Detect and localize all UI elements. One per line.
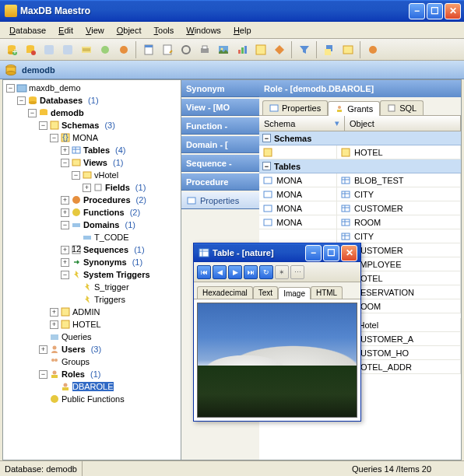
tree-mona[interactable]: −{}MONA: [48, 131, 181, 144]
col-object[interactable]: Object: [345, 116, 461, 131]
stab-sequence[interactable]: Sequence -: [181, 155, 259, 172]
tb-btn6[interactable]: [97, 41, 114, 58]
tree-domains[interactable]: −Domains (1): [59, 219, 181, 231]
grid-row[interactable]: CITY: [259, 229, 461, 243]
svg-rect-32: [17, 85, 26, 92]
ctab-image[interactable]: Image: [278, 287, 311, 299]
tb-btn5[interactable]: [78, 41, 95, 58]
tb-db2[interactable]: [22, 41, 39, 58]
tree-procedures[interactable]: +Procedures (2): [59, 194, 181, 206]
tree-tables[interactable]: +Tables (4): [59, 144, 181, 156]
stab-procedure[interactable]: Procedure: [181, 173, 259, 191]
svg-rect-68: [342, 149, 350, 156]
tree-pane[interactable]: −maxdb_demo −Databases (1) −demodb −Sche…: [2, 79, 181, 460]
sect-schemas[interactable]: −Schemas: [259, 131, 461, 145]
db-bar: demodb: [0, 61, 464, 79]
grid-row[interactable]: MONAROOM: [259, 215, 461, 229]
tree-functions[interactable]: +Functions (2): [59, 206, 181, 219]
tb-print[interactable]: [196, 41, 213, 58]
sect-tables[interactable]: −Tables: [259, 159, 461, 173]
tb-btn10[interactable]: [178, 41, 195, 58]
tree-roles[interactable]: −Roles (1): [37, 368, 181, 380]
menu-edit[interactable]: Edit: [52, 24, 79, 37]
tree-fields[interactable]: +Fields (1): [81, 181, 181, 194]
stab-synonym[interactable]: Synonym: [181, 80, 259, 97]
tb-new-db[interactable]: +: [3, 41, 20, 58]
tree-triggers[interactable]: Triggers: [70, 293, 181, 306]
tb-image[interactable]: [215, 41, 232, 58]
tree-admin[interactable]: +ADMIN: [48, 306, 181, 318]
tb-btn14[interactable]: [271, 41, 288, 58]
tree-groups[interactable]: Groups: [37, 355, 181, 368]
menu-view[interactable]: View: [79, 24, 111, 37]
tree-dbarole[interactable]: DBAROLE: [48, 380, 181, 393]
tb-btn7[interactable]: [115, 41, 132, 58]
tree-vhotel[interactable]: −vHotel: [70, 169, 181, 181]
tb-btn16[interactable]: [321, 41, 338, 58]
db-name: demodb: [22, 65, 55, 75]
col-schema[interactable]: Schema▾: [259, 116, 345, 131]
maximize-button[interactable]: ☐: [427, 3, 443, 19]
menu-windows[interactable]: Windows: [180, 24, 227, 37]
tab-sql[interactable]: SQL: [380, 100, 424, 115]
tb-btn13[interactable]: [252, 41, 269, 58]
nav-next[interactable]: ▶: [228, 265, 242, 279]
tree-root[interactable]: −maxdb_demo: [5, 82, 181, 94]
stab-properties[interactable]: Properties: [181, 192, 259, 209]
svg-point-54: [53, 346, 57, 350]
tree-views[interactable]: −Views (1): [59, 156, 181, 169]
menu-object[interactable]: Object: [111, 24, 148, 37]
child-close[interactable]: ✕: [341, 245, 357, 261]
close-button[interactable]: ✕: [445, 3, 461, 19]
svg-point-46: [72, 208, 80, 216]
tb-filter[interactable]: [296, 41, 313, 58]
ctab-hex[interactable]: Hexadecimal: [197, 286, 253, 299]
tb-btn18[interactable]: [364, 41, 381, 58]
grid-row[interactable]: MONABLOB_TEST: [259, 173, 461, 187]
tree-sequences[interactable]: +12Sequences (1): [59, 243, 181, 256]
nav-refresh[interactable]: ↻: [259, 265, 273, 279]
tree-strigger[interactable]: S_trigger: [70, 281, 181, 293]
app-icon: [5, 5, 17, 17]
menu-database[interactable]: Database: [3, 24, 52, 37]
tree-hotel[interactable]: +HOTEL: [48, 318, 181, 331]
grid-row[interactable]: MONACUSTOMER: [259, 201, 461, 215]
tree-schemas[interactable]: −Schemas (3): [37, 119, 181, 131]
child-minimize[interactable]: −: [305, 245, 322, 261]
tree-users[interactable]: +Users (3): [37, 343, 181, 355]
stab-view[interactable]: View - [MO: [181, 99, 259, 116]
tab-properties[interactable]: Properties: [262, 100, 328, 115]
tree-systriggers[interactable]: −System Triggers: [59, 268, 181, 281]
stab-domain[interactable]: Domain - [: [181, 136, 259, 153]
tb-btn4[interactable]: [59, 41, 76, 58]
tree-pubfunc[interactable]: Public Functions: [37, 393, 181, 405]
menu-help[interactable]: Help: [227, 24, 258, 37]
tree-tcode[interactable]: T_CODE: [70, 231, 181, 243]
tb-btn17[interactable]: [339, 41, 357, 58]
tb-btn3[interactable]: [40, 41, 58, 58]
tb-btn8[interactable]: [140, 41, 157, 58]
tree-demodb[interactable]: −demodb: [26, 107, 181, 119]
ctab-text[interactable]: Text: [253, 286, 278, 299]
tree-synonyms[interactable]: +Synonyms (1): [59, 256, 181, 268]
svg-rect-73: [264, 205, 272, 212]
tab-grants[interactable]: Grants: [328, 101, 380, 116]
grid-row[interactable]: MONACITY: [259, 187, 461, 201]
menu-tools[interactable]: Tools: [148, 24, 181, 37]
nav-btn6[interactable]: ✶: [275, 265, 289, 279]
child-maximize[interactable]: ☐: [323, 245, 339, 261]
nav-btn7[interactable]: ⋯: [290, 265, 304, 279]
tree-databases[interactable]: −Databases (1): [16, 94, 181, 107]
stab-function[interactable]: Function -: [181, 117, 259, 135]
ctab-html[interactable]: HTML: [311, 286, 343, 299]
nav-prev[interactable]: ◀: [213, 265, 227, 279]
tb-btn9[interactable]: [159, 41, 176, 58]
nav-last[interactable]: ⏭: [244, 265, 258, 279]
tb-chart[interactable]: [234, 41, 251, 58]
child-window[interactable]: Table - [nature] − ☐ ✕ ⏮ ◀ ▶ ⏭ ↻ ✶ ⋯ Hex…: [193, 243, 361, 422]
minimize-button[interactable]: −: [409, 3, 425, 19]
nav-first[interactable]: ⏮: [197, 265, 211, 279]
grid-row[interactable]: HOTEL: [259, 145, 461, 159]
tree-queries[interactable]: Queries: [37, 331, 181, 343]
role-title[interactable]: Role - [demodb.DBAROLE]: [259, 80, 461, 97]
